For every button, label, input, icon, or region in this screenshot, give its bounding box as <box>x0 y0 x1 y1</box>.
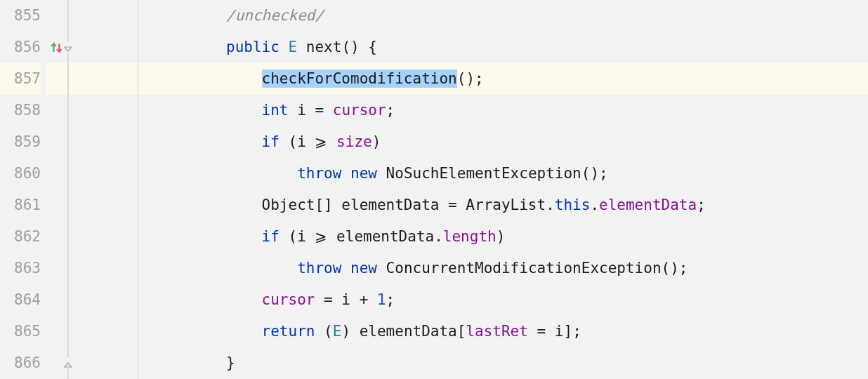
gutter-icon-slot <box>46 126 67 158</box>
code-line[interactable]: checkForComodification(); <box>194 63 868 95</box>
fold-guide-line <box>68 0 69 379</box>
token-num: 1 <box>377 291 386 308</box>
indent <box>226 197 262 213</box>
indent <box>226 133 262 150</box>
indent <box>226 228 262 245</box>
line-numbers-column: 855856857858859860861862863864865866 <box>0 0 46 379</box>
code-line[interactable]: int i = cursor; <box>194 95 868 126</box>
token-plain: Object[] elementData = ArrayList. <box>262 197 555 213</box>
token-plain: NoSuchElementException(); <box>377 165 608 182</box>
line-number[interactable]: 860 <box>0 158 41 190</box>
token-plain: ) elementData[ <box>341 323 466 340</box>
token-plain: (); <box>457 70 484 87</box>
token-plain: ) <box>497 228 506 245</box>
fold-open-icon[interactable] <box>63 41 74 53</box>
code-line[interactable]: return (E) elementData[lastRet = i]; <box>194 316 868 347</box>
token-plain <box>341 165 350 182</box>
code-line[interactable]: throw new ConcurrentModificationExceptio… <box>194 253 868 284</box>
fold-column <box>67 0 138 379</box>
token-kw: throw <box>297 260 341 277</box>
indent <box>226 260 297 277</box>
token-comment: /unchecked/ <box>226 7 324 24</box>
token-plain: = i]; <box>528 323 581 340</box>
token-plain <box>280 39 289 55</box>
token-selected: checkForComodification <box>262 69 457 88</box>
code-line[interactable]: /unchecked/ <box>194 0 868 32</box>
line-number[interactable]: 865 <box>0 316 41 347</box>
editor-gutter: 855856857858859860861862863864865866 <box>0 0 138 379</box>
gutter-icon-slot <box>46 284 67 316</box>
token-plain <box>341 260 350 277</box>
current-line-highlight <box>138 63 194 95</box>
margin-column <box>138 0 194 379</box>
token-kw: if <box>262 228 280 245</box>
token-kw: return <box>262 323 315 340</box>
token-kw: int <box>262 102 289 119</box>
token-field: size <box>336 133 372 150</box>
fold-close-icon[interactable] <box>63 357 74 368</box>
token-kw: new <box>350 165 377 182</box>
token-plain: ConcurrentModificationException(); <box>377 260 688 277</box>
code-line[interactable]: public E next() { <box>194 32 868 63</box>
indent <box>226 291 262 308</box>
token-kw: public <box>226 39 280 55</box>
token-prop: length <box>443 228 497 245</box>
token-plain: ; <box>386 102 395 119</box>
token-field: elementData <box>599 197 697 213</box>
token-this: this <box>555 197 591 213</box>
line-number[interactable]: 861 <box>0 190 41 221</box>
gutter-icon-slot <box>46 221 67 253</box>
code-line[interactable]: throw new NoSuchElementException(); <box>194 158 868 190</box>
token-plain: ) <box>372 133 381 150</box>
token-plain: () { <box>341 39 377 55</box>
token-type: E <box>289 39 298 55</box>
line-number[interactable]: 856 <box>0 32 41 63</box>
gutter-icon-slot <box>46 253 67 284</box>
token-plain: ; <box>697 197 706 213</box>
token-plain: ; <box>386 291 395 308</box>
token-plain: } <box>226 354 235 371</box>
token-plain: ( <box>315 323 332 340</box>
token-plain: (i ⩾ <box>280 133 336 150</box>
gutter-icon-slot <box>46 0 67 32</box>
token-field: cursor <box>262 291 315 308</box>
token-field: cursor <box>333 102 386 119</box>
line-number[interactable]: 866 <box>0 347 41 379</box>
token-method: next <box>306 39 342 55</box>
code-line[interactable]: } <box>194 347 868 379</box>
token-field: lastRet <box>466 323 528 340</box>
gutter-icons-column <box>46 0 67 379</box>
code-editor-area[interactable]: /unchecked/public E next() { checkForCom… <box>194 0 868 379</box>
line-number[interactable]: 863 <box>0 253 41 284</box>
token-plain: (i ⩾ elementData. <box>280 228 443 245</box>
gutter-icon-slot <box>46 63 67 95</box>
code-line[interactable]: Object[] elementData = ArrayList.this.el… <box>194 190 868 221</box>
code-line[interactable]: if (i ⩾ elementData.length) <box>194 221 868 253</box>
gutter-icon-slot <box>46 190 67 221</box>
token-plain: . <box>590 197 599 213</box>
code-line[interactable]: cursor = i + 1; <box>194 284 868 316</box>
indent <box>226 102 262 119</box>
indent <box>226 323 262 340</box>
token-kw: if <box>262 133 280 150</box>
line-number[interactable]: 862 <box>0 221 41 253</box>
token-kw: throw <box>297 165 341 182</box>
token-plain: = i + <box>315 291 377 308</box>
gutter-icon-slot <box>46 158 67 190</box>
gutter-icon-slot <box>46 316 67 347</box>
indent <box>226 165 297 182</box>
code-line[interactable]: if (i ⩾ size) <box>194 126 868 158</box>
token-type: E <box>333 323 342 340</box>
current-line-highlight <box>68 63 138 95</box>
indent <box>226 70 262 87</box>
token-plain: i = <box>289 102 333 119</box>
line-number[interactable]: 858 <box>0 95 41 126</box>
token-kw: new <box>350 260 377 277</box>
line-number[interactable]: 859 <box>0 126 41 158</box>
token-plain <box>297 39 306 55</box>
gutter-icon-slot <box>46 95 67 126</box>
margin-guide-line <box>138 0 138 379</box>
line-number[interactable]: 857 <box>0 63 41 95</box>
line-number[interactable]: 864 <box>0 284 41 316</box>
line-number[interactable]: 855 <box>0 0 41 32</box>
